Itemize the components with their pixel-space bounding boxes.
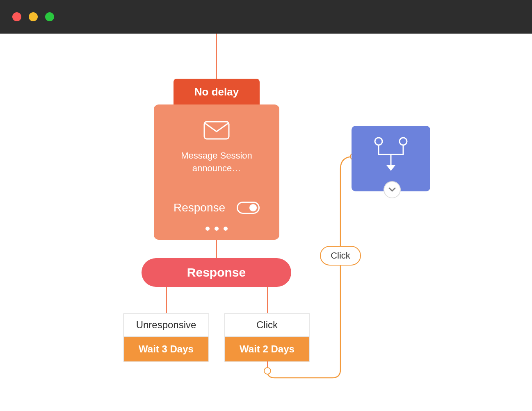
more-icon[interactable]	[154, 227, 279, 231]
branch-condition: Unresponsive	[124, 314, 208, 337]
delay-node[interactable]: No delay	[174, 79, 260, 105]
message-title: Message Session announce…	[181, 150, 252, 175]
flow-canvas[interactable]: No delay Message Session announce… Respo…	[0, 34, 532, 411]
click-badge-label: Click	[331, 250, 350, 261]
svg-point-2	[400, 138, 407, 145]
response-split-node[interactable]: Response	[142, 258, 291, 287]
branch-unresponsive[interactable]: Unresponsive Wait 3 Days	[123, 313, 209, 362]
merge-icon	[368, 136, 413, 178]
window-zoom-icon[interactable]	[45, 12, 54, 21]
click-condition-badge[interactable]: Click	[320, 246, 361, 266]
response-toggle-row: Response	[154, 201, 279, 214]
connector-split-right	[267, 287, 268, 313]
chevron-down-icon[interactable]	[384, 181, 401, 198]
envelope-icon	[203, 121, 230, 141]
message-node[interactable]: Message Session announce… Response	[154, 104, 279, 240]
response-toggle-label: Response	[174, 201, 225, 214]
title-bar	[0, 0, 532, 34]
automation-canvas-window: No delay Message Session announce… Respo…	[0, 0, 532, 411]
branch-click[interactable]: Click Wait 2 Days	[224, 313, 310, 362]
branch-wait: Wait 2 Days	[225, 337, 309, 361]
response-split-label: Response	[187, 266, 246, 279]
message-line-1: Message Session	[181, 150, 252, 162]
connector-card-to-split	[216, 240, 217, 258]
message-line-2: announce…	[181, 162, 252, 175]
connector-top	[216, 34, 217, 79]
branch-condition: Click	[225, 314, 309, 337]
connector-split-left	[166, 287, 167, 313]
branch-wait: Wait 3 Days	[124, 337, 208, 361]
response-toggle[interactable]	[237, 202, 260, 214]
window-close-icon[interactable]	[12, 12, 21, 21]
window-minimize-icon[interactable]	[29, 12, 38, 21]
svg-rect-0	[204, 122, 229, 139]
delay-label: No delay	[194, 86, 239, 98]
svg-point-1	[375, 138, 382, 145]
connector-endpoint-bottom	[264, 367, 271, 375]
